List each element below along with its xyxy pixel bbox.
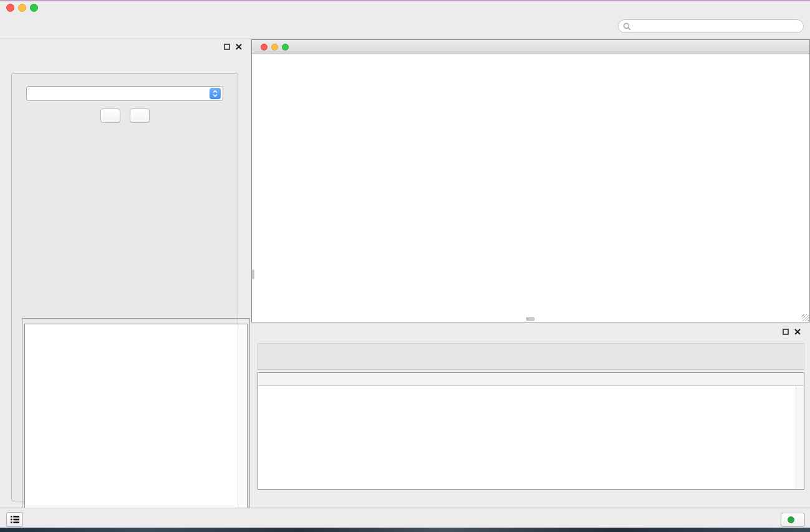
main-toolbar — [0, 14, 810, 39]
mcds-result-group — [22, 318, 250, 532]
float-table-panel-icon[interactable] — [783, 329, 789, 335]
network-graph[interactable] — [252, 54, 809, 322]
table-header-row — [258, 373, 804, 386]
control-panel-header — [0, 39, 249, 56]
close-table-panel-icon[interactable] — [794, 329, 801, 335]
memory-status-icon — [788, 516, 794, 523]
search-field[interactable] — [618, 19, 804, 33]
mcds-tab-content — [11, 73, 238, 501]
table-panel — [251, 324, 810, 507]
zoom-window-button[interactable] — [30, 4, 38, 12]
control-panel — [0, 39, 249, 507]
canvas-vertical-scroll-thumb[interactable] — [252, 269, 254, 279]
node-table[interactable] — [258, 372, 804, 490]
result-list-scrollbar[interactable] — [238, 325, 246, 530]
memory-button[interactable] — [781, 513, 805, 527]
run-mcds-button[interactable] — [100, 109, 120, 123]
mcds-result-list[interactable] — [24, 324, 248, 531]
criterion-dropdown[interactable] — [26, 86, 223, 101]
table-vertical-scrollbar[interactable] — [796, 386, 804, 489]
table-panel-header — [251, 324, 810, 341]
cytoscape-application-window — [0, 0, 810, 532]
float-panel-icon[interactable] — [224, 44, 230, 50]
desktop-background — [0, 528, 810, 532]
window-titlebar — [0, 1, 810, 14]
network-canvas[interactable] — [252, 54, 809, 322]
task-list-icon — [10, 515, 20, 524]
network-frame-titlebar — [252, 40, 809, 54]
network-maximize-button[interactable] — [282, 44, 289, 51]
network-close-button[interactable] — [261, 44, 268, 51]
task-history-button[interactable] — [6, 512, 23, 527]
status-bar — [0, 508, 810, 528]
search-input[interactable] — [631, 21, 803, 32]
frame-resize-handle[interactable] — [802, 314, 809, 321]
dropdown-stepper-icon — [210, 88, 221, 99]
close-panel-button[interactable] — [130, 109, 150, 123]
search-icon — [623, 22, 631, 31]
table-toolbar — [258, 343, 804, 370]
canvas-horizontal-scroll-thumb[interactable] — [526, 317, 534, 321]
network-minimize-button[interactable] — [271, 44, 278, 51]
network-view-frame — [251, 39, 810, 322]
close-panel-icon[interactable] — [236, 44, 242, 50]
close-window-button[interactable] — [6, 4, 14, 12]
minimize-window-button[interactable] — [18, 4, 26, 12]
desktop-edge — [0, 0, 810, 1]
